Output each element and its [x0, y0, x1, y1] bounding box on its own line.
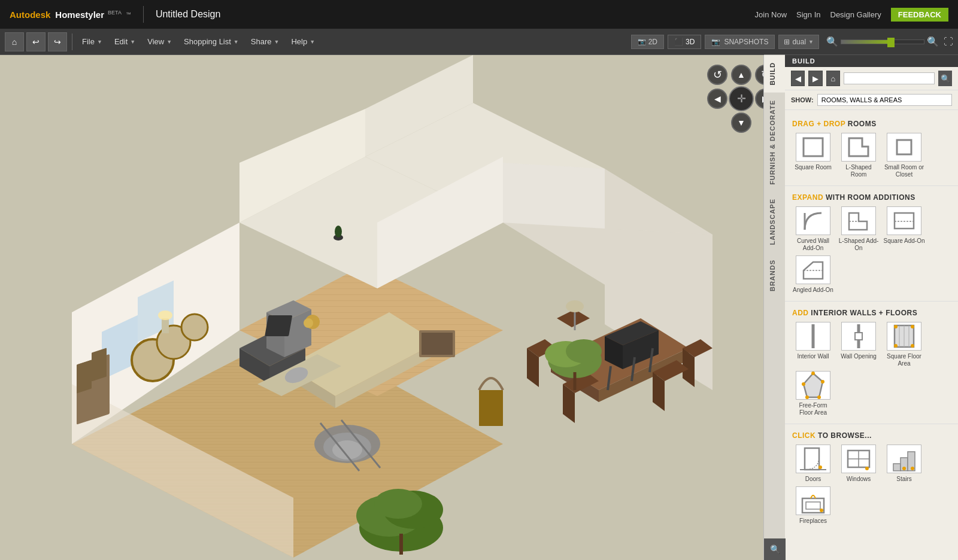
wall-opening-item[interactable]: Wall Opening	[838, 322, 880, 367]
shopping-list-menu[interactable]: Shopping List ▼	[179, 35, 244, 48]
toolbar-separator	[72, 34, 72, 50]
small-room-svg	[891, 136, 917, 159]
snapshots-button[interactable]: 📷 SNAPSHOTS	[705, 35, 775, 49]
show-select[interactable]: ROOMS, WALLS & AREAS FLOORS ONLY WALLS O…	[817, 94, 952, 106]
mode-2d-button[interactable]: 📷 2D	[631, 35, 664, 49]
wall-opening-svg	[845, 322, 872, 351]
pan-down-button[interactable]: ▼	[729, 112, 754, 133]
doors-item[interactable]: Doors	[792, 445, 834, 483]
view-menu[interactable]: View ▼	[143, 35, 177, 48]
mode-3d-button[interactable]: ⬛ 3D	[668, 35, 701, 49]
file-menu[interactable]: File ▼	[77, 35, 107, 48]
svg-marker-58	[605, 336, 623, 369]
svg-marker-30	[269, 348, 305, 384]
windows-svg	[845, 445, 872, 473]
svg-marker-40	[257, 354, 341, 396]
pan-center-button[interactable]: ✛	[729, 86, 754, 111]
stairs-item[interactable]: Stairs	[883, 445, 925, 483]
rotate-left-button[interactable]: ↺	[707, 65, 727, 85]
nav-forward-button[interactable]: ▶	[808, 71, 822, 86]
tab-landscape[interactable]: LANDSCAPE	[764, 191, 785, 252]
zoom-slider[interactable]	[841, 39, 924, 44]
click-text: CLICK	[792, 431, 815, 440]
square-addon-svg	[891, 209, 917, 232]
square-room-item[interactable]: Square Room	[792, 133, 834, 178]
interior-wall-label: Interior Wall	[798, 353, 829, 360]
svg-point-106	[805, 395, 809, 399]
svg-point-78	[305, 315, 320, 329]
fireplaces-item[interactable]: Fireplaces	[792, 486, 834, 525]
canvas-area[interactable]: ↺ ▲ ↻ ◀ ✛ ▶ ▼	[0, 55, 784, 560]
shopping-list-label: Shopping List	[184, 37, 231, 46]
sidebar-search-button[interactable]: 🔍	[938, 71, 952, 86]
pan-up-button[interactable]: ▲	[729, 65, 754, 85]
homestyler-text: Homestyler	[55, 10, 104, 20]
sidebar-search-input[interactable]	[844, 72, 935, 84]
svg-point-114	[865, 467, 869, 470]
top-right-nav: Join Now Sign In Design Gallery FEEDBACK	[755, 8, 948, 22]
main-area: ↺ ▲ ↻ ◀ ✛ ▶ ▼	[0, 55, 958, 560]
freeform-floor-label: Free-Form Floor Area	[792, 402, 834, 416]
wall-opening-icon-box	[841, 322, 876, 351]
file-label: File	[82, 37, 95, 46]
tab-brands[interactable]: BRANDS	[764, 252, 785, 299]
svg-marker-55	[563, 384, 575, 423]
square-floor-icon-box	[887, 322, 921, 351]
curved-wall-item[interactable]: Curved Wall Add-On	[792, 206, 834, 252]
sidebar-content: DRAG + DROP ROOMS Square Room	[785, 110, 958, 560]
title-divider	[143, 6, 144, 23]
show-label: SHOW:	[791, 96, 814, 104]
fullscreen-button[interactable]: ⛶	[944, 36, 953, 47]
l-shaped-addon-item[interactable]: L-Shaped Add-On	[838, 206, 880, 252]
tab-build[interactable]: BUILD	[764, 55, 785, 93]
sidebar-search-icon[interactable]: 🔍	[764, 538, 786, 560]
stairs-icon-box	[887, 445, 921, 473]
dual-button[interactable]: ⊞ dual ▼	[778, 35, 819, 49]
angled-addon-item[interactable]: Angled Add-On	[792, 255, 834, 294]
angled-addon-label: Angled Add-On	[793, 287, 833, 294]
rooms-text: ROOMS	[848, 120, 877, 128]
help-menu[interactable]: Help ▼	[286, 35, 320, 48]
svg-rect-43	[422, 333, 453, 355]
sidebar: BUILD FURNISH & DECORATE LANDSCAPE BRAND…	[784, 55, 958, 560]
square-addon-item[interactable]: Square Add-On	[883, 206, 925, 252]
home-button[interactable]: ⌂	[5, 32, 24, 51]
svg-rect-24	[92, 348, 107, 381]
square-room-icon-box	[796, 133, 830, 162]
edit-menu[interactable]: Edit ▼	[110, 35, 140, 48]
windows-item[interactable]: Windows	[838, 445, 880, 483]
fireplaces-icon-box	[796, 486, 830, 515]
svg-marker-14	[365, 55, 473, 157]
zoom-out-icon[interactable]: 🔍	[826, 36, 838, 47]
svg-rect-44	[479, 390, 503, 426]
zoom-thumb[interactable]	[887, 38, 895, 47]
l-shaped-room-item[interactable]: L-Shaped Room	[838, 133, 880, 178]
svg-point-65	[566, 339, 602, 363]
nav-home-button[interactable]: ⌂	[826, 71, 840, 86]
join-now-link[interactable]: Join Now	[755, 10, 787, 19]
center-icon: ✛	[729, 86, 754, 111]
interior-wall-item[interactable]: Interior Wall	[792, 322, 834, 367]
feedback-button[interactable]: FEEDBACK	[891, 8, 948, 22]
svg-point-109	[818, 465, 822, 469]
square-floor-item[interactable]: Square Floor Area	[883, 322, 925, 367]
stairs-svg	[891, 445, 917, 473]
design-gallery-link[interactable]: Design Gallery	[830, 10, 881, 19]
help-arrow: ▼	[310, 39, 315, 45]
svg-marker-45	[551, 318, 689, 390]
mode-3d-label: 3D	[686, 38, 695, 46]
tab-furnish-decorate[interactable]: FURNISH & DECORATE	[764, 93, 785, 192]
sign-in-link[interactable]: Sign In	[796, 10, 820, 19]
redo-button[interactable]: ↪	[48, 32, 67, 51]
nav-back-button[interactable]: ◀	[791, 71, 805, 86]
freeform-floor-item[interactable]: Free-Form Floor Area	[792, 371, 834, 416]
share-menu[interactable]: Share ▼	[246, 35, 284, 48]
zoom-in-icon[interactable]: 🔍	[927, 36, 939, 47]
square-room-svg	[800, 136, 826, 159]
svg-point-107	[802, 382, 805, 386]
pan-left-button[interactable]: ◀	[707, 89, 727, 109]
doors-icon-box	[796, 445, 830, 473]
small-room-item[interactable]: Small Room or Closet	[883, 133, 925, 178]
autodesk-text: Autodesk	[10, 10, 50, 20]
undo-button[interactable]: ↩	[26, 32, 46, 51]
